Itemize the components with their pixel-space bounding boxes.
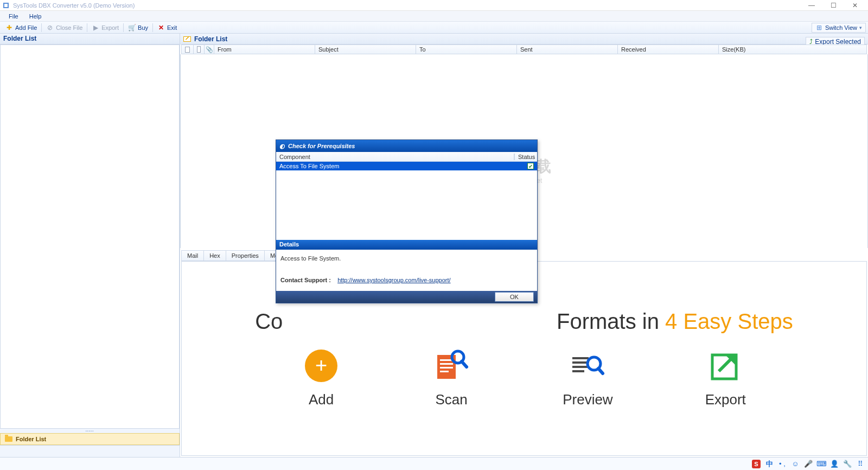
- promo-title-mid: Formats: [557, 309, 636, 333]
- column-to[interactable]: To: [416, 45, 517, 54]
- menu-file[interactable]: File: [3, 12, 24, 21]
- window-close-button[interactable]: ✕: [844, 0, 866, 11]
- dialog-detail-message: Access to File System.: [280, 255, 533, 262]
- tray-sogou-icon[interactable]: S: [752, 460, 761, 468]
- column-sent[interactable]: Sent: [517, 45, 618, 54]
- step-add: + Add: [302, 347, 340, 408]
- tray-ime-icon[interactable]: 中: [765, 460, 774, 468]
- svg-rect-5: [440, 367, 453, 369]
- column-icon[interactable]: [194, 45, 205, 54]
- promo-title-in: in: [642, 309, 665, 333]
- buy-icon: 🛒: [128, 24, 136, 31]
- toolbar-close-file-button[interactable]: ⊘ Close File: [43, 23, 86, 32]
- export-step-icon: [706, 347, 744, 385]
- dialog-ok-button[interactable]: OK: [495, 292, 534, 302]
- check-ok-icon: ✔: [527, 163, 534, 169]
- dialog-titlebar[interactable]: ◐ Check for Prerequisites: [276, 140, 537, 152]
- system-tray: S 中 • , ☺ 🎤 ⌨ 👤 🔧 ⠿: [752, 460, 865, 468]
- toolbar-buy-button[interactable]: 🛒 Buy: [125, 23, 151, 32]
- tray-mic-icon[interactable]: 🎤: [804, 460, 813, 468]
- close-file-icon: ⊘: [46, 24, 54, 31]
- promo-steps: + Add Sca: [302, 347, 746, 408]
- dialog-title-icon: ◐: [279, 143, 285, 150]
- toolbar-exit-button[interactable]: ✕ Exit: [154, 23, 180, 32]
- menu-help[interactable]: Help: [24, 12, 47, 21]
- svg-line-14: [598, 369, 603, 373]
- dialog-col-status[interactable]: Status: [514, 154, 537, 160]
- step-scan-label: Scan: [436, 391, 468, 408]
- tab-hex[interactable]: Hex: [203, 250, 226, 261]
- dialog-support-line: Contact Support : http://www.systoolsgro…: [280, 277, 533, 283]
- column-attachment[interactable]: 📎: [205, 45, 214, 54]
- window-titlebar: SysTools DBX Converter v5.0 (Demo Versio…: [0, 0, 868, 11]
- export-icon: ▶: [92, 24, 99, 31]
- add-step-icon: +: [302, 347, 340, 385]
- column-from[interactable]: From: [214, 45, 315, 54]
- toolbar-switch-view-button[interactable]: ⊞ Switch View ▾: [812, 23, 866, 33]
- toolbar-export-button[interactable]: ▶ Export: [88, 23, 122, 32]
- window-maximize-button[interactable]: ☐: [822, 0, 844, 11]
- dialog-footer: OK: [276, 291, 537, 303]
- folder-tree[interactable]: [0, 45, 180, 429]
- toolbar-switch-view-label: Switch View: [825, 24, 857, 31]
- dialog-columns: Component Status: [276, 152, 537, 162]
- tray-person-icon[interactable]: 👤: [830, 460, 839, 468]
- dialog-support-link[interactable]: http://www.systoolsgroup.com/live-suppor…: [337, 277, 450, 283]
- step-preview-label: Preview: [563, 391, 612, 408]
- svg-rect-11: [572, 366, 589, 368]
- tray-smiley-icon[interactable]: ☺: [791, 460, 800, 468]
- dialog-details-body: Access to File System. Contact Support :…: [276, 250, 537, 291]
- add-file-icon: ✚: [5, 24, 13, 31]
- window-title: SysTools DBX Converter v5.0 (Demo Versio…: [13, 2, 135, 9]
- step-export-label: Export: [705, 391, 746, 408]
- svg-rect-6: [440, 371, 449, 372]
- left-bottom-tab-folder-list[interactable]: Folder List: [0, 433, 180, 445]
- toolbar-add-file-button[interactable]: ✚ Add File: [2, 23, 40, 32]
- column-received[interactable]: Received: [618, 45, 719, 54]
- svg-rect-9: [572, 357, 589, 359]
- dialog-support-label: Contact Support :: [280, 277, 331, 283]
- menubar: File Help: [0, 11, 868, 22]
- dialog-col-component[interactable]: Component: [276, 154, 514, 160]
- switch-view-icon: ⊞: [815, 24, 823, 31]
- svg-rect-10: [572, 361, 589, 364]
- toolbar-export-label: Export: [101, 24, 119, 31]
- svg-rect-1: [4, 4, 8, 7]
- left-panel: Folder List ••••• Folder List: [0, 34, 180, 457]
- dialog-details-header: Details: [276, 240, 537, 250]
- toolbar-exit-label: Exit: [167, 24, 177, 31]
- right-panel-title: Folder List: [194, 35, 227, 43]
- tab-properties[interactable]: Properties: [226, 250, 265, 261]
- column-select-all[interactable]: [182, 45, 194, 54]
- toolbar-close-file-label: Close File: [56, 24, 82, 31]
- tab-mail[interactable]: Mail: [181, 250, 204, 261]
- mail-list-columns: 📎 From Subject To Sent Received Size(KB): [181, 45, 867, 54]
- column-size[interactable]: Size(KB): [719, 45, 866, 54]
- chevron-down-icon: ▾: [859, 25, 862, 30]
- left-bottom-tab-label: Folder List: [16, 436, 46, 442]
- dialog-title: Check for Prerequisites: [288, 143, 355, 149]
- dialog-row-label: Access To File System: [279, 163, 339, 169]
- promo-title-steps: 4 Easy Steps: [665, 309, 793, 333]
- scan-step-icon: [432, 347, 470, 385]
- right-panel-header: Folder List ⤴ Export Selected: [180, 34, 868, 45]
- column-subject[interactable]: Subject: [315, 45, 416, 54]
- step-scan: Scan: [432, 347, 470, 408]
- svg-rect-4: [440, 363, 453, 365]
- step-add-label: Add: [309, 391, 334, 408]
- tray-punct-icon[interactable]: • ,: [778, 460, 787, 468]
- tray-tool-icon[interactable]: 🔧: [843, 460, 852, 468]
- dialog-row-access-filesystem[interactable]: Access To File System ✔: [276, 162, 537, 170]
- folder-icon: [5, 436, 12, 442]
- tray-keyboard-icon[interactable]: ⌨: [817, 460, 826, 468]
- window-minimize-button[interactable]: —: [801, 0, 822, 11]
- step-export: Export: [705, 347, 746, 408]
- step-preview: Preview: [563, 347, 612, 408]
- tray-grid-icon[interactable]: ⠿: [856, 460, 865, 468]
- svg-rect-12: [572, 370, 584, 372]
- exit-icon: ✕: [157, 24, 165, 31]
- left-splitter[interactable]: •••••: [0, 429, 180, 433]
- prerequisites-dialog: ◐ Check for Prerequisites Component Stat…: [276, 139, 538, 303]
- toolbar: ✚ Add File ⊘ Close File ▶ Export 🛒 Buy ✕…: [0, 22, 868, 34]
- toolbar-add-file-label: Add File: [15, 24, 37, 31]
